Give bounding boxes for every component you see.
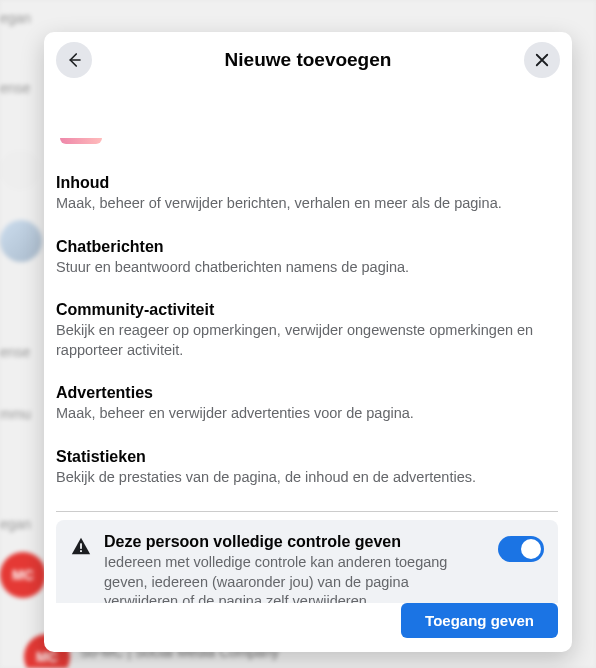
bg-logo: MC xyxy=(0,552,46,598)
section-desc: Stuur en beantwoord chatberichten namens… xyxy=(56,258,558,278)
full-control-text: Deze persoon volledige controle geven Ie… xyxy=(104,533,486,603)
full-control-title: Deze persoon volledige controle geven xyxy=(104,533,486,551)
svg-rect-1 xyxy=(80,551,82,553)
back-button[interactable] xyxy=(56,42,92,78)
permission-section-advertenties: Advertenties Maak, beheer en verwijder a… xyxy=(56,384,558,424)
section-desc: Maak, beheer of verwijder berichten, ver… xyxy=(56,194,558,214)
bg-text: mmu xyxy=(0,406,31,422)
permission-section-chatberichten: Chatberichten Stuur en beantwoord chatbe… xyxy=(56,238,558,278)
permission-section-community: Community-activiteit Bekijk en reageer o… xyxy=(56,301,558,360)
section-title: Community-activiteit xyxy=(56,301,558,319)
bg-text: egan xyxy=(0,10,31,26)
bg-text: ense xyxy=(0,344,30,360)
section-desc: Maak, beheer en verwijder advertenties v… xyxy=(56,404,558,424)
arrow-left-icon xyxy=(65,51,83,69)
modal: Nieuwe toevoegen Inhoud Maak, beheer of … xyxy=(44,32,572,652)
full-control-toggle[interactable] xyxy=(498,536,544,562)
close-button[interactable] xyxy=(524,42,560,78)
full-control-panel: Deze persoon volledige controle geven Ie… xyxy=(56,520,558,603)
close-icon xyxy=(533,51,551,69)
full-control-desc: Iedereen met volledige controle kan ande… xyxy=(104,553,486,603)
modal-title: Nieuwe toevoegen xyxy=(225,49,392,71)
bg-avatar xyxy=(0,150,40,190)
section-title: Statistieken xyxy=(56,448,558,466)
bg-avatar xyxy=(0,220,42,262)
section-title: Chatberichten xyxy=(56,238,558,256)
section-title: Advertenties xyxy=(56,384,558,402)
modal-body[interactable]: Inhoud Maak, beheer of verwijder bericht… xyxy=(44,88,572,603)
section-title: Inhoud xyxy=(56,174,558,192)
permission-section-inhoud: Inhoud Maak, beheer of verwijder bericht… xyxy=(56,174,558,214)
svg-rect-0 xyxy=(80,544,82,550)
modal-header: Nieuwe toevoegen xyxy=(44,32,572,88)
toggle-knob xyxy=(521,539,541,559)
divider xyxy=(56,511,558,512)
bg-text: ense xyxy=(0,80,30,96)
modal-footer: Toegang geven xyxy=(44,603,572,652)
section-desc: Bekijk en reageer op opmerkingen, verwij… xyxy=(56,321,558,360)
grant-access-button[interactable]: Toegang geven xyxy=(401,603,558,638)
bg-text: egan xyxy=(0,516,31,532)
section-desc: Bekijk de prestaties van de pagina, de i… xyxy=(56,468,558,488)
person-avatar xyxy=(60,138,102,144)
warning-icon xyxy=(70,536,92,558)
permission-section-statistieken: Statistieken Bekijk de prestaties van de… xyxy=(56,448,558,488)
